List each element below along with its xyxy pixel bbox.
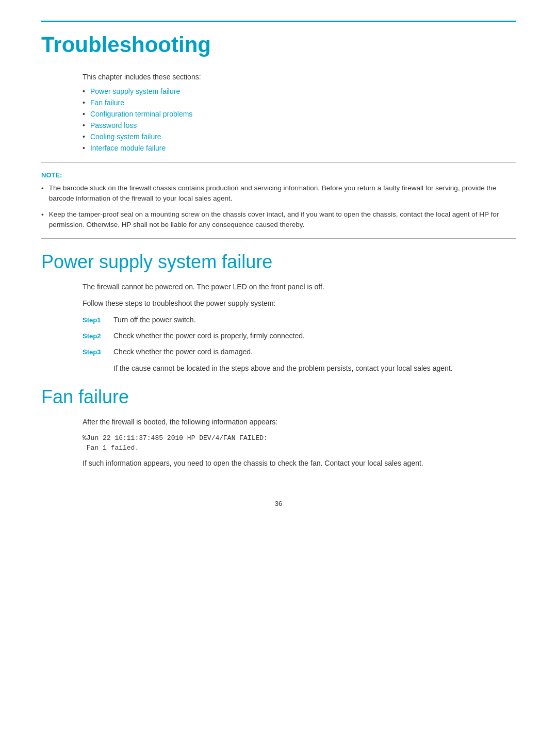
top-border: [41, 21, 516, 22]
step-row: Step3 Check whether the power cord is da…: [83, 347, 516, 357]
toc-list: Power supply system failure Fan failure …: [83, 87, 516, 152]
page-number: 36: [41, 500, 516, 507]
fan-para-1: After the firewall is booted, the follow…: [83, 416, 516, 428]
note-text-1: The barcode stuck on the firewall chassi…: [49, 183, 516, 204]
list-item: Power supply system failure: [83, 87, 516, 95]
divider-bottom: [41, 238, 516, 239]
page-container: Troubleshooting This chapter includes th…: [0, 0, 557, 756]
step1-label: Step1: [83, 315, 113, 325]
intro-text: This chapter includes these sections:: [83, 73, 516, 81]
list-item: Interface module failure: [83, 144, 516, 152]
toc-link-password[interactable]: Password loss: [90, 121, 137, 129]
note-list: The barcode stuck on the firewall chassi…: [41, 183, 516, 230]
power-section-title: Power supply system failure: [41, 251, 516, 273]
divider-top: [41, 162, 516, 163]
note-label: NOTE:: [41, 171, 516, 179]
list-item: Fan failure: [83, 98, 516, 107]
step-row: Step2 Check whether the power cord is pr…: [83, 331, 516, 341]
step-row: Step1 Turn off the power switch.: [83, 315, 516, 325]
page-title: Troubleshooting: [41, 32, 516, 57]
list-item: Password loss: [83, 121, 516, 129]
step3-label: Step3: [83, 347, 113, 357]
power-para-2: Follow these steps to troubleshoot the p…: [83, 298, 516, 309]
power-after-steps: If the cause cannot be located in the st…: [113, 363, 516, 374]
fan-section-body: After the firewall is booted, the follow…: [83, 416, 516, 469]
toc-link-fan[interactable]: Fan failure: [90, 98, 124, 107]
list-item: Configuration terminal problems: [83, 110, 516, 118]
power-section-body: The firewall cannot be powered on. The p…: [83, 281, 516, 374]
note-text-2: Keep the tamper-proof seal on a mounting…: [49, 209, 516, 231]
step2-label: Step2: [83, 331, 113, 341]
fan-code-block: %Jun 22 16:11:37:485 2010 HP DEV/4/FAN F…: [83, 433, 516, 453]
toc-link-config[interactable]: Configuration terminal problems: [90, 110, 192, 118]
step3-text: Check whether the power cord is damaged.: [113, 347, 253, 357]
step1-text: Turn off the power switch.: [113, 315, 196, 325]
list-item: Cooling system failure: [83, 133, 516, 141]
list-item: The barcode stuck on the firewall chassi…: [41, 183, 516, 204]
note-section: NOTE: The barcode stuck on the firewall …: [41, 171, 516, 230]
toc-link-cooling[interactable]: Cooling system failure: [90, 133, 161, 141]
steps-container: Step1 Turn off the power switch. Step2 C…: [83, 315, 516, 357]
toc-link-interface[interactable]: Interface module failure: [90, 144, 166, 152]
power-para-1: The firewall cannot be powered on. The p…: [83, 281, 516, 292]
toc-link-power[interactable]: Power supply system failure: [90, 87, 180, 95]
step2-text: Check whether the power cord is properly…: [113, 331, 305, 341]
list-item: Keep the tamper-proof seal on a mounting…: [41, 209, 516, 231]
fan-section-title: Fan failure: [41, 386, 516, 408]
fan-after-code: If such information appears, you need to…: [83, 457, 516, 469]
